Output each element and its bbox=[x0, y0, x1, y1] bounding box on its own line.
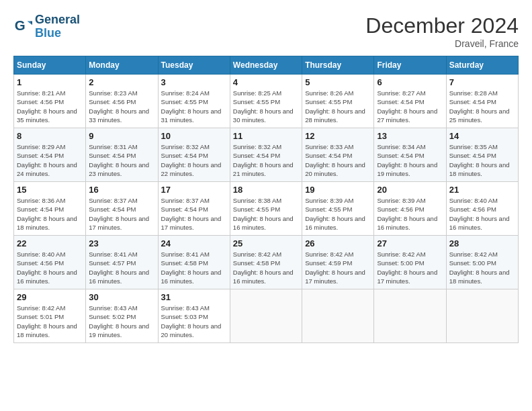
calendar-row: 22Sunrise: 8:40 AMSunset: 4:56 PMDayligh… bbox=[14, 236, 519, 289]
calendar-cell: 10Sunrise: 8:32 AMSunset: 4:54 PMDayligh… bbox=[158, 128, 230, 182]
day-number: 29 bbox=[17, 292, 83, 302]
calendar-cell bbox=[374, 289, 446, 343]
day-info: Sunrise: 8:21 AMSunset: 4:56 PMDaylight:… bbox=[17, 89, 83, 124]
day-number: 7 bbox=[449, 77, 515, 87]
day-number: 23 bbox=[89, 238, 154, 248]
day-info: Sunrise: 8:24 AMSunset: 4:55 PMDaylight:… bbox=[161, 89, 227, 124]
day-info: Sunrise: 8:34 AMSunset: 4:54 PMDaylight:… bbox=[377, 142, 443, 178]
day-info: Sunrise: 8:32 AMSunset: 4:54 PMDaylight:… bbox=[161, 142, 227, 178]
day-number: 13 bbox=[377, 131, 443, 141]
day-number: 6 bbox=[377, 77, 443, 87]
calendar-cell: 14Sunrise: 8:35 AMSunset: 4:54 PMDayligh… bbox=[446, 128, 518, 182]
calendar-cell: 18Sunrise: 8:38 AMSunset: 4:55 PMDayligh… bbox=[230, 182, 302, 236]
day-number: 12 bbox=[305, 131, 371, 141]
day-info: Sunrise: 8:42 AMSunset: 4:59 PMDaylight:… bbox=[305, 250, 371, 285]
calendar-cell: 5Sunrise: 8:26 AMSunset: 4:55 PMDaylight… bbox=[302, 75, 374, 128]
calendar-cell: 13Sunrise: 8:34 AMSunset: 4:54 PMDayligh… bbox=[374, 128, 446, 182]
day-number: 28 bbox=[449, 238, 515, 248]
calendar-cell: 27Sunrise: 8:42 AMSunset: 5:00 PMDayligh… bbox=[374, 236, 446, 289]
logo: G General Blue bbox=[13, 13, 80, 40]
calendar-cell: 6Sunrise: 8:27 AMSunset: 4:54 PMDaylight… bbox=[374, 75, 446, 128]
day-number: 30 bbox=[89, 292, 154, 302]
day-number: 19 bbox=[305, 185, 371, 195]
month-title: December 2024 bbox=[365, 13, 519, 38]
calendar-cell: 8Sunrise: 8:29 AMSunset: 4:54 PMDaylight… bbox=[14, 128, 86, 182]
calendar-cell: 2Sunrise: 8:23 AMSunset: 4:56 PMDaylight… bbox=[86, 75, 158, 128]
calendar-cell: 3Sunrise: 8:24 AMSunset: 4:55 PMDaylight… bbox=[158, 75, 230, 128]
calendar-cell: 9Sunrise: 8:31 AMSunset: 4:54 PMDaylight… bbox=[86, 128, 158, 182]
calendar-cell: 12Sunrise: 8:33 AMSunset: 4:54 PMDayligh… bbox=[302, 128, 374, 182]
day-number: 1 bbox=[17, 77, 83, 87]
day-info: Sunrise: 8:23 AMSunset: 4:56 PMDaylight:… bbox=[89, 89, 154, 124]
calendar-cell bbox=[446, 289, 518, 343]
col-saturday: Saturday bbox=[446, 56, 518, 75]
col-tuesday: Tuesday bbox=[158, 56, 230, 75]
day-info: Sunrise: 8:25 AMSunset: 4:55 PMDaylight:… bbox=[233, 89, 299, 124]
day-number: 16 bbox=[89, 185, 154, 195]
day-info: Sunrise: 8:43 AMSunset: 5:03 PMDaylight:… bbox=[161, 304, 227, 339]
day-number: 24 bbox=[161, 238, 227, 248]
day-number: 17 bbox=[161, 185, 227, 195]
calendar-cell: 24Sunrise: 8:41 AMSunset: 4:58 PMDayligh… bbox=[158, 236, 230, 289]
calendar-cell: 19Sunrise: 8:39 AMSunset: 4:55 PMDayligh… bbox=[302, 182, 374, 236]
day-info: Sunrise: 8:32 AMSunset: 4:54 PMDaylight:… bbox=[233, 142, 299, 178]
day-number: 11 bbox=[233, 131, 299, 141]
day-number: 21 bbox=[449, 185, 515, 195]
day-number: 18 bbox=[233, 185, 299, 195]
day-number: 15 bbox=[17, 185, 83, 195]
calendar-cell: 21Sunrise: 8:40 AMSunset: 4:56 PMDayligh… bbox=[446, 182, 518, 236]
day-info: Sunrise: 8:37 AMSunset: 4:54 PMDaylight:… bbox=[161, 196, 227, 232]
day-info: Sunrise: 8:36 AMSunset: 4:54 PMDaylight:… bbox=[17, 196, 83, 232]
calendar-cell: 30Sunrise: 8:43 AMSunset: 5:02 PMDayligh… bbox=[86, 289, 158, 343]
day-info: Sunrise: 8:42 AMSunset: 5:00 PMDaylight:… bbox=[449, 250, 515, 285]
day-info: Sunrise: 8:41 AMSunset: 4:58 PMDaylight:… bbox=[161, 250, 227, 285]
day-number: 22 bbox=[17, 238, 83, 248]
calendar-cell: 31Sunrise: 8:43 AMSunset: 5:03 PMDayligh… bbox=[158, 289, 230, 343]
title-block: December 2024 Draveil, France bbox=[365, 13, 519, 49]
calendar-cell: 15Sunrise: 8:36 AMSunset: 4:54 PMDayligh… bbox=[14, 182, 86, 236]
day-info: Sunrise: 8:41 AMSunset: 4:57 PMDaylight:… bbox=[89, 250, 154, 285]
calendar-cell: 28Sunrise: 8:42 AMSunset: 5:00 PMDayligh… bbox=[446, 236, 518, 289]
calendar-cell bbox=[302, 289, 374, 343]
day-info: Sunrise: 8:35 AMSunset: 4:54 PMDaylight:… bbox=[449, 142, 515, 178]
calendar-row: 29Sunrise: 8:42 AMSunset: 5:01 PMDayligh… bbox=[14, 289, 519, 343]
day-number: 2 bbox=[89, 77, 154, 87]
calendar-cell: 20Sunrise: 8:39 AMSunset: 4:56 PMDayligh… bbox=[374, 182, 446, 236]
day-number: 27 bbox=[377, 238, 443, 248]
day-info: Sunrise: 8:28 AMSunset: 4:54 PMDaylight:… bbox=[449, 89, 515, 124]
calendar-cell bbox=[230, 289, 302, 343]
day-info: Sunrise: 8:42 AMSunset: 4:58 PMDaylight:… bbox=[233, 250, 299, 285]
page-header: G General Blue December 2024 Draveil, Fr… bbox=[13, 13, 519, 49]
day-number: 4 bbox=[233, 77, 299, 87]
logo-text: General Blue bbox=[35, 13, 80, 40]
col-monday: Monday bbox=[86, 56, 158, 75]
calendar-cell: 7Sunrise: 8:28 AMSunset: 4:54 PMDaylight… bbox=[446, 75, 518, 128]
calendar-row: 8Sunrise: 8:29 AMSunset: 4:54 PMDaylight… bbox=[14, 128, 519, 182]
col-wednesday: Wednesday bbox=[230, 56, 302, 75]
day-number: 20 bbox=[377, 185, 443, 195]
calendar-row: 15Sunrise: 8:36 AMSunset: 4:54 PMDayligh… bbox=[14, 182, 519, 236]
calendar-cell: 4Sunrise: 8:25 AMSunset: 4:55 PMDaylight… bbox=[230, 75, 302, 128]
day-info: Sunrise: 8:26 AMSunset: 4:55 PMDaylight:… bbox=[305, 89, 371, 124]
day-number: 14 bbox=[449, 131, 515, 141]
col-thursday: Thursday bbox=[302, 56, 374, 75]
calendar-cell: 26Sunrise: 8:42 AMSunset: 4:59 PMDayligh… bbox=[302, 236, 374, 289]
calendar-cell: 29Sunrise: 8:42 AMSunset: 5:01 PMDayligh… bbox=[14, 289, 86, 343]
day-number: 8 bbox=[17, 131, 83, 141]
day-info: Sunrise: 8:39 AMSunset: 4:55 PMDaylight:… bbox=[305, 196, 371, 232]
day-number: 25 bbox=[233, 238, 299, 248]
logo-icon: G bbox=[13, 17, 32, 36]
calendar-cell: 17Sunrise: 8:37 AMSunset: 4:54 PMDayligh… bbox=[158, 182, 230, 236]
header-row: Sunday Monday Tuesday Wednesday Thursday… bbox=[14, 56, 519, 75]
calendar-row: 1Sunrise: 8:21 AMSunset: 4:56 PMDaylight… bbox=[14, 75, 519, 128]
day-info: Sunrise: 8:42 AMSunset: 5:01 PMDaylight:… bbox=[17, 304, 83, 339]
calendar-cell: 16Sunrise: 8:37 AMSunset: 4:54 PMDayligh… bbox=[86, 182, 158, 236]
calendar-cell: 25Sunrise: 8:42 AMSunset: 4:58 PMDayligh… bbox=[230, 236, 302, 289]
day-number: 9 bbox=[89, 131, 154, 141]
day-info: Sunrise: 8:37 AMSunset: 4:54 PMDaylight:… bbox=[89, 196, 154, 232]
day-number: 10 bbox=[161, 131, 227, 141]
day-number: 31 bbox=[161, 292, 227, 302]
day-info: Sunrise: 8:39 AMSunset: 4:56 PMDaylight:… bbox=[377, 196, 443, 232]
location: Draveil, France bbox=[365, 38, 519, 49]
logo-line2: Blue bbox=[35, 27, 80, 40]
